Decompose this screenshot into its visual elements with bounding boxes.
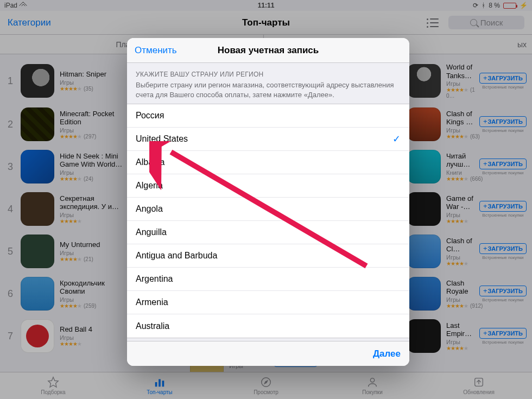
- cancel-button[interactable]: Отменить: [135, 45, 177, 56]
- country-label: Albania: [136, 157, 164, 167]
- country-label: Argentina: [136, 274, 173, 284]
- checkmark-icon: ✓: [392, 133, 401, 145]
- modal-title: Новая учетная запись: [218, 45, 319, 56]
- country-label: United States: [136, 134, 188, 144]
- country-item[interactable]: Armenia✓: [127, 291, 409, 314]
- country-label: Antigua and Barbuda: [136, 251, 217, 261]
- country-list[interactable]: Россия✓United States✓Albania✓Algeria✓Ang…: [127, 104, 409, 338]
- new-account-modal: Отменить Новая учетная запись УКАЖИТЕ ВА…: [127, 38, 409, 366]
- section-description: Выберите страну или регион магазина, соо…: [136, 80, 401, 99]
- country-label: Angola: [136, 204, 163, 214]
- country-item[interactable]: Anguilla✓: [127, 221, 409, 244]
- section-caption: УКАЖИТЕ ВАШУ СТРАНУ ИЛИ РЕГИОН: [136, 71, 401, 78]
- country-item[interactable]: Argentina✓: [127, 268, 409, 291]
- country-item[interactable]: Antigua and Barbuda✓: [127, 244, 409, 268]
- modal-header: Отменить Новая учетная запись: [127, 38, 409, 63]
- country-item[interactable]: Australia✓: [127, 314, 409, 338]
- country-item[interactable]: Algeria✓: [127, 174, 409, 198]
- country-label: Россия: [136, 111, 164, 121]
- section-header: УКАЖИТЕ ВАШУ СТРАНУ ИЛИ РЕГИОН Выберите …: [127, 63, 409, 104]
- country-item[interactable]: Angola✓: [127, 198, 409, 221]
- country-item[interactable]: Россия✓: [127, 104, 409, 128]
- country-label: Anguilla: [136, 227, 167, 237]
- modal-body: УКАЖИТЕ ВАШУ СТРАНУ ИЛИ РЕГИОН Выберите …: [127, 63, 409, 341]
- country-item[interactable]: Albania✓: [127, 151, 409, 174]
- country-label: Australia: [136, 321, 169, 331]
- country-item[interactable]: United States✓: [127, 128, 409, 151]
- country-label: Armenia: [136, 297, 168, 307]
- next-button[interactable]: Далее: [373, 349, 401, 359]
- country-label: Algeria: [136, 181, 163, 191]
- modal-footer: Далее: [127, 341, 409, 366]
